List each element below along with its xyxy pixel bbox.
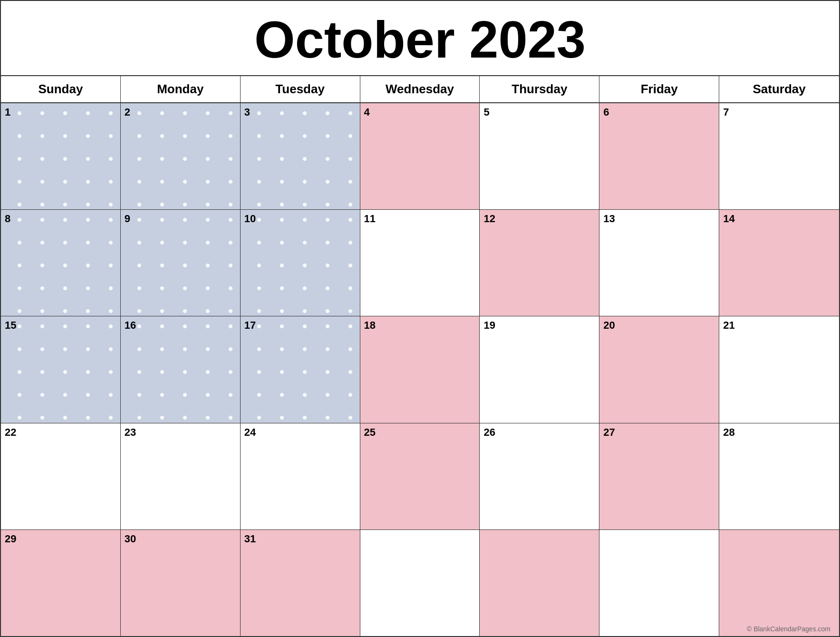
day-number-20: 20	[603, 319, 615, 332]
day-number-24: 24	[244, 426, 256, 439]
calendar-container: October 2023 Sunday Monday Tuesday Wedne…	[0, 0, 840, 637]
day-cell-1-w0: 1	[1, 103, 121, 209]
calendar-page: October 2023 Sunday Monday Tuesday Wedne…	[0, 0, 840, 637]
day-cell-3-w0: 3	[241, 103, 360, 209]
day-header-wednesday: Wednesday	[360, 76, 480, 102]
day-cell-21-w2: 21	[719, 316, 839, 422]
day-number-8: 8	[5, 213, 10, 225]
day-number-6: 6	[603, 106, 609, 118]
day-cell-empty-w4	[599, 530, 719, 636]
day-number-26: 26	[483, 426, 495, 439]
day-number-30: 30	[125, 533, 136, 545]
day-number-14: 14	[723, 213, 734, 225]
day-number-11: 11	[364, 213, 376, 225]
day-number-17: 17	[244, 319, 256, 332]
day-cell-11-w1: 11	[360, 210, 480, 316]
week-row-2: 891011121314	[1, 210, 839, 316]
day-cell-8-w1: 8	[1, 210, 121, 316]
day-cell-empty-w4	[360, 530, 480, 636]
day-cell-25-w3: 25	[360, 423, 480, 529]
week-row-5: 293031	[1, 530, 839, 636]
day-cell-empty-w4	[480, 530, 599, 636]
day-cell-20-w2: 20	[599, 316, 719, 422]
day-header-monday: Monday	[121, 76, 241, 102]
day-number-4: 4	[364, 106, 370, 118]
day-headers: Sunday Monday Tuesday Wednesday Thursday…	[1, 76, 839, 103]
day-cell-16-w2: 16	[121, 316, 241, 422]
day-number-2: 2	[125, 106, 130, 118]
day-cell-29-w4: 29	[1, 530, 121, 636]
day-cell-19-w2: 19	[480, 316, 599, 422]
calendar-header: October 2023	[1, 1, 839, 76]
day-cell-23-w3: 23	[121, 423, 241, 529]
day-cell-14-w1: 14	[719, 210, 839, 316]
day-header-thursday: Thursday	[480, 76, 599, 102]
day-cell-9-w1: 9	[121, 210, 241, 316]
day-cell-10-w1: 10	[241, 210, 360, 316]
day-number-5: 5	[483, 106, 489, 118]
day-cell-4-w0: 4	[360, 103, 480, 209]
day-cell-26-w3: 26	[480, 423, 599, 529]
day-number-18: 18	[364, 319, 376, 332]
calendar-grid: Sunday Monday Tuesday Wednesday Thursday…	[1, 76, 839, 636]
day-header-sunday: Sunday	[1, 76, 121, 102]
day-cell-27-w3: 27	[599, 423, 719, 529]
week-row-1: 1234567	[1, 103, 839, 210]
day-cell-31-w4: 31	[241, 530, 360, 636]
day-cell-empty-w4	[719, 530, 839, 636]
day-cell-2-w0: 2	[121, 103, 241, 209]
day-number-31: 31	[244, 533, 256, 545]
week-row-4: 22232425262728	[1, 423, 839, 530]
day-cell-5-w0: 5	[480, 103, 599, 209]
day-number-22: 22	[5, 426, 16, 439]
day-number-1: 1	[5, 106, 10, 118]
day-cell-17-w2: 17	[241, 316, 360, 422]
day-header-friday: Friday	[599, 76, 719, 102]
day-number-15: 15	[5, 319, 16, 332]
day-number-21: 21	[723, 319, 734, 332]
day-number-29: 29	[5, 533, 16, 545]
day-number-23: 23	[125, 426, 136, 439]
day-number-27: 27	[603, 426, 615, 439]
day-cell-15-w2: 15	[1, 316, 121, 422]
week-row-3: 15161718192021	[1, 316, 839, 423]
day-number-13: 13	[603, 213, 615, 225]
day-number-12: 12	[483, 213, 495, 225]
day-number-9: 9	[125, 213, 130, 225]
day-cell-22-w3: 22	[1, 423, 121, 529]
day-header-saturday: Saturday	[719, 76, 839, 102]
day-cell-13-w1: 13	[599, 210, 719, 316]
day-number-7: 7	[723, 106, 729, 118]
day-number-28: 28	[723, 426, 734, 439]
weeks-container: 1234567891011121314151617181920212223242…	[1, 103, 839, 636]
day-number-16: 16	[125, 319, 136, 332]
day-cell-7-w0: 7	[719, 103, 839, 209]
day-cell-6-w0: 6	[599, 103, 719, 209]
day-number-19: 19	[483, 319, 495, 332]
day-number-3: 3	[244, 106, 250, 118]
day-number-25: 25	[364, 426, 376, 439]
day-cell-12-w1: 12	[480, 210, 599, 316]
day-cell-30-w4: 30	[121, 530, 241, 636]
day-cell-18-w2: 18	[360, 316, 480, 422]
footer-credit: © BlankCalendarPages.com	[742, 623, 835, 635]
day-cell-28-w3: 28	[719, 423, 839, 529]
day-header-tuesday: Tuesday	[241, 76, 360, 102]
day-number-10: 10	[244, 213, 256, 225]
calendar-title: October 2023	[1, 10, 839, 68]
day-cell-24-w3: 24	[241, 423, 360, 529]
